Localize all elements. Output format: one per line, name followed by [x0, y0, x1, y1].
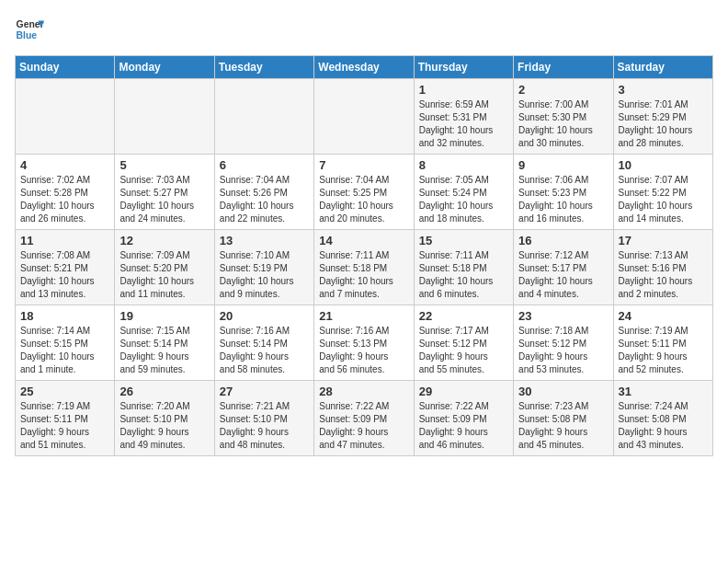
- calendar-cell: 28Sunrise: 7:22 AMSunset: 5:09 PMDayligh…: [314, 381, 414, 456]
- day-number: 16: [518, 234, 608, 247]
- day-info: Sunrise: 7:22 AMSunset: 5:09 PMDaylight:…: [419, 400, 508, 452]
- day-number: 2: [518, 83, 608, 97]
- calendar-table: SundayMondayTuesdayWednesdayThursdayFrid…: [15, 55, 713, 456]
- day-number: 23: [518, 309, 608, 323]
- day-number: 21: [319, 309, 408, 323]
- calendar-cell: 6Sunrise: 7:04 AMSunset: 5:26 PMDaylight…: [214, 155, 313, 230]
- day-info: Sunrise: 7:00 AMSunset: 5:30 PMDaylight:…: [518, 98, 608, 150]
- calendar-week-3: 11Sunrise: 7:08 AMSunset: 5:21 PMDayligh…: [16, 230, 713, 305]
- logo-icon: General Blue: [15, 15, 44, 44]
- calendar-cell: 19Sunrise: 7:15 AMSunset: 5:14 PMDayligh…: [115, 305, 214, 381]
- day-header-saturday: Saturday: [613, 56, 712, 79]
- day-info: Sunrise: 7:10 AMSunset: 5:19 PMDaylight:…: [220, 249, 309, 301]
- calendar-cell: 18Sunrise: 7:14 AMSunset: 5:15 PMDayligh…: [16, 305, 115, 381]
- calendar-cell: 9Sunrise: 7:06 AMSunset: 5:23 PMDaylight…: [514, 155, 613, 230]
- page-header: General Blue: [15, 15, 713, 44]
- calendar-cell: 7Sunrise: 7:04 AMSunset: 5:25 PMDaylight…: [314, 155, 414, 230]
- calendar-cell: 17Sunrise: 7:13 AMSunset: 5:16 PMDayligh…: [613, 230, 712, 305]
- calendar-cell: 1Sunrise: 6:59 AMSunset: 5:31 PMDaylight…: [414, 79, 513, 155]
- calendar-cell: [115, 79, 214, 155]
- svg-text:Blue: Blue: [17, 30, 38, 40]
- day-info: Sunrise: 7:05 AMSunset: 5:24 PMDaylight:…: [419, 174, 508, 225]
- calendar-cell: 13Sunrise: 7:10 AMSunset: 5:19 PMDayligh…: [214, 230, 313, 305]
- calendar-cell: 2Sunrise: 7:00 AMSunset: 5:30 PMDaylight…: [514, 79, 613, 155]
- calendar-cell: 10Sunrise: 7:07 AMSunset: 5:22 PMDayligh…: [613, 155, 712, 230]
- day-header-friday: Friday: [514, 56, 613, 79]
- calendar-cell: 24Sunrise: 7:19 AMSunset: 5:11 PMDayligh…: [613, 305, 712, 381]
- calendar-cell: 8Sunrise: 7:05 AMSunset: 5:24 PMDaylight…: [414, 155, 513, 230]
- calendar-cell: [214, 79, 313, 155]
- day-info: Sunrise: 7:21 AMSunset: 5:10 PMDaylight:…: [220, 400, 309, 452]
- day-number: 27: [220, 385, 309, 398]
- day-number: 6: [220, 158, 309, 172]
- day-number: 13: [220, 234, 309, 247]
- day-info: Sunrise: 7:11 AMSunset: 5:18 PMDaylight:…: [319, 249, 408, 301]
- day-info: Sunrise: 7:08 AMSunset: 5:21 PMDaylight:…: [20, 249, 109, 301]
- logo: General Blue: [15, 15, 44, 44]
- day-number: 8: [419, 158, 508, 172]
- calendar-cell: 20Sunrise: 7:16 AMSunset: 5:14 PMDayligh…: [214, 305, 313, 381]
- day-info: Sunrise: 7:20 AMSunset: 5:10 PMDaylight:…: [119, 400, 209, 452]
- calendar-cell: 12Sunrise: 7:09 AMSunset: 5:20 PMDayligh…: [115, 230, 214, 305]
- day-info: Sunrise: 7:22 AMSunset: 5:09 PMDaylight:…: [319, 400, 408, 452]
- calendar-cell: 31Sunrise: 7:24 AMSunset: 5:08 PMDayligh…: [613, 381, 712, 456]
- day-info: Sunrise: 7:04 AMSunset: 5:25 PMDaylight:…: [319, 174, 408, 225]
- calendar-cell: 26Sunrise: 7:20 AMSunset: 5:10 PMDayligh…: [115, 381, 214, 456]
- day-info: Sunrise: 7:07 AMSunset: 5:22 PMDaylight:…: [619, 174, 708, 225]
- day-number: 14: [319, 234, 408, 247]
- calendar-cell: 11Sunrise: 7:08 AMSunset: 5:21 PMDayligh…: [16, 230, 115, 305]
- calendar-cell: 29Sunrise: 7:22 AMSunset: 5:09 PMDayligh…: [414, 381, 513, 456]
- day-info: Sunrise: 7:23 AMSunset: 5:08 PMDaylight:…: [518, 400, 608, 452]
- day-number: 18: [20, 309, 109, 323]
- day-number: 26: [119, 385, 209, 398]
- day-info: Sunrise: 7:14 AMSunset: 5:15 PMDaylight:…: [20, 325, 109, 376]
- calendar-cell: 16Sunrise: 7:12 AMSunset: 5:17 PMDayligh…: [514, 230, 613, 305]
- day-info: Sunrise: 7:04 AMSunset: 5:26 PMDaylight:…: [220, 174, 309, 225]
- day-number: 19: [119, 309, 209, 323]
- calendar-cell: 25Sunrise: 7:19 AMSunset: 5:11 PMDayligh…: [16, 381, 115, 456]
- day-number: 28: [319, 385, 408, 398]
- day-info: Sunrise: 7:18 AMSunset: 5:12 PMDaylight:…: [518, 325, 608, 376]
- day-header-wednesday: Wednesday: [314, 56, 414, 79]
- calendar-cell: 15Sunrise: 7:11 AMSunset: 5:18 PMDayligh…: [414, 230, 513, 305]
- day-number: 10: [619, 158, 708, 172]
- calendar-cell: 3Sunrise: 7:01 AMSunset: 5:29 PMDaylight…: [613, 79, 712, 155]
- day-info: Sunrise: 7:01 AMSunset: 5:29 PMDaylight:…: [619, 98, 708, 150]
- day-info: Sunrise: 6:59 AMSunset: 5:31 PMDaylight:…: [419, 98, 508, 150]
- day-number: 15: [419, 234, 508, 247]
- calendar-week-1: 1Sunrise: 6:59 AMSunset: 5:31 PMDaylight…: [16, 79, 713, 155]
- calendar-cell: 27Sunrise: 7:21 AMSunset: 5:10 PMDayligh…: [214, 381, 313, 456]
- day-number: 11: [20, 234, 109, 247]
- day-number: 22: [419, 309, 508, 323]
- day-number: 31: [619, 385, 708, 398]
- calendar-cell: 14Sunrise: 7:11 AMSunset: 5:18 PMDayligh…: [314, 230, 414, 305]
- day-header-sunday: Sunday: [16, 56, 115, 79]
- calendar-cell: 4Sunrise: 7:02 AMSunset: 5:28 PMDaylight…: [16, 155, 115, 230]
- day-info: Sunrise: 7:24 AMSunset: 5:08 PMDaylight:…: [619, 400, 708, 452]
- calendar-body: 1Sunrise: 6:59 AMSunset: 5:31 PMDaylight…: [16, 79, 713, 456]
- day-info: Sunrise: 7:06 AMSunset: 5:23 PMDaylight:…: [518, 174, 608, 225]
- day-header-thursday: Thursday: [414, 56, 513, 79]
- day-info: Sunrise: 7:15 AMSunset: 5:14 PMDaylight:…: [119, 325, 209, 376]
- calendar-cell: 5Sunrise: 7:03 AMSunset: 5:27 PMDaylight…: [115, 155, 214, 230]
- day-number: 1: [419, 83, 508, 97]
- day-info: Sunrise: 7:11 AMSunset: 5:18 PMDaylight:…: [419, 249, 508, 301]
- day-info: Sunrise: 7:13 AMSunset: 5:16 PMDaylight:…: [619, 249, 708, 301]
- day-info: Sunrise: 7:16 AMSunset: 5:13 PMDaylight:…: [319, 325, 408, 376]
- calendar-week-4: 18Sunrise: 7:14 AMSunset: 5:15 PMDayligh…: [16, 305, 713, 381]
- calendar-header: SundayMondayTuesdayWednesdayThursdayFrid…: [16, 56, 713, 79]
- calendar-cell: 30Sunrise: 7:23 AMSunset: 5:08 PMDayligh…: [514, 381, 613, 456]
- day-number: 9: [518, 158, 608, 172]
- day-number: 3: [619, 83, 708, 97]
- calendar-cell: 21Sunrise: 7:16 AMSunset: 5:13 PMDayligh…: [314, 305, 414, 381]
- calendar-week-2: 4Sunrise: 7:02 AMSunset: 5:28 PMDaylight…: [16, 155, 713, 230]
- day-header-tuesday: Tuesday: [214, 56, 313, 79]
- calendar-week-5: 25Sunrise: 7:19 AMSunset: 5:11 PMDayligh…: [16, 381, 713, 456]
- calendar-cell: [16, 79, 115, 155]
- day-info: Sunrise: 7:09 AMSunset: 5:20 PMDaylight:…: [119, 249, 209, 301]
- calendar-cell: 22Sunrise: 7:17 AMSunset: 5:12 PMDayligh…: [414, 305, 513, 381]
- day-info: Sunrise: 7:19 AMSunset: 5:11 PMDaylight:…: [619, 325, 708, 376]
- day-info: Sunrise: 7:17 AMSunset: 5:12 PMDaylight:…: [419, 325, 508, 376]
- day-info: Sunrise: 7:03 AMSunset: 5:27 PMDaylight:…: [119, 174, 209, 225]
- day-number: 20: [220, 309, 309, 323]
